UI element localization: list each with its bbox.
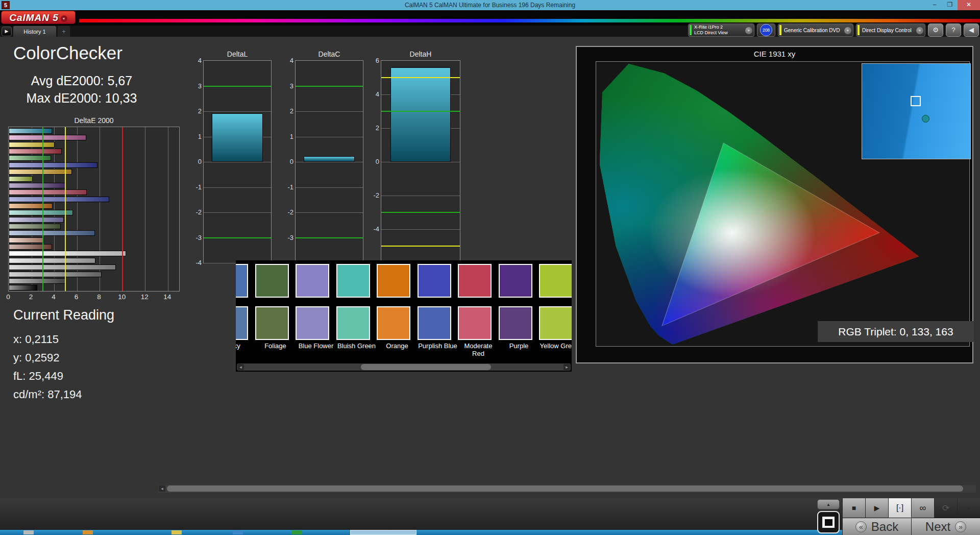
reference-swatch bbox=[418, 264, 451, 298]
taskbar-active-app[interactable] bbox=[350, 530, 416, 535]
scrollbar-thumb[interactable] bbox=[167, 485, 963, 492]
taskbar-icon[interactable] bbox=[233, 530, 243, 534]
back-button[interactable]: « Back bbox=[842, 518, 911, 535]
reference-line bbox=[65, 127, 66, 291]
delta-bar bbox=[212, 113, 263, 162]
reading-cdm2: cd/m²: 87,194 bbox=[13, 388, 82, 401]
play-button[interactable]: ▶ bbox=[865, 498, 888, 518]
reference-line bbox=[381, 111, 460, 112]
measured-swatch bbox=[458, 306, 492, 340]
swatch-scrollbar[interactable]: ◂▸ bbox=[237, 363, 571, 371]
reference-line bbox=[381, 212, 460, 213]
restore-button[interactable]: ❐ bbox=[942, 0, 958, 10]
chevron-down-icon[interactable]: ▼ bbox=[844, 27, 851, 34]
pattern-up-icon[interactable]: ▲ bbox=[817, 499, 840, 509]
pattern-window-icon bbox=[822, 517, 835, 528]
y-tick: 6 bbox=[368, 57, 379, 64]
tab-history-1[interactable]: History 1 bbox=[13, 26, 57, 37]
patch-label: Yellow Green bbox=[539, 342, 572, 350]
reference-swatch bbox=[499, 264, 532, 298]
stop-button[interactable]: ■ bbox=[842, 498, 865, 518]
gridline bbox=[204, 111, 271, 112]
source-dropdown[interactable]: Generic Calibration DVD ▼ bbox=[778, 23, 853, 37]
source-status-stripe bbox=[779, 25, 781, 35]
measured-marker bbox=[922, 115, 929, 123]
table-scrollbar[interactable]: ◂ bbox=[158, 485, 976, 493]
minimize-button[interactable]: – bbox=[927, 0, 942, 10]
y-tick: -3 bbox=[190, 234, 202, 241]
bar-row bbox=[9, 277, 179, 284]
y-tick: 1 bbox=[282, 133, 293, 140]
bar-row bbox=[9, 202, 179, 209]
help-icon[interactable]: ? bbox=[946, 23, 961, 37]
windows-taskbar[interactable] bbox=[0, 530, 845, 535]
y-tick: -4 bbox=[368, 225, 379, 233]
delta-bar bbox=[390, 67, 450, 162]
taskbar-icon[interactable] bbox=[172, 530, 182, 534]
meter-status-stripe bbox=[690, 25, 692, 35]
next-button[interactable]: Next » bbox=[911, 518, 980, 535]
refresh-button[interactable]: ⟳ bbox=[934, 498, 957, 518]
read-continuous-button[interactable]: ∞ bbox=[911, 498, 934, 518]
workspace: ColorChecker Avg dE2000: 5,67 Max dE2000… bbox=[0, 37, 980, 498]
pattern-window-button[interactable] bbox=[817, 511, 840, 533]
de-bar-bluish-green bbox=[9, 210, 73, 215]
de-bar-yellow bbox=[9, 142, 55, 148]
taskbar-icon[interactable] bbox=[23, 530, 34, 534]
taskbar-icon[interactable] bbox=[292, 530, 302, 534]
bar-row bbox=[9, 196, 179, 202]
scrollbar-thumb[interactable] bbox=[361, 364, 491, 370]
logo-dropdown-icon[interactable]: ▼ bbox=[61, 15, 67, 22]
meter-mode-button[interactable]: 208 bbox=[757, 23, 775, 37]
bar-row bbox=[9, 236, 179, 243]
reference-line bbox=[296, 86, 363, 87]
meter-mode-badge: 208 bbox=[760, 24, 772, 36]
x-tick: 10 bbox=[118, 293, 126, 301]
tab-add-button[interactable]: + bbox=[57, 26, 70, 37]
x-axis-labels: 02468101214 bbox=[8, 293, 180, 302]
scroll-left-icon[interactable]: ◂ bbox=[237, 364, 244, 370]
cie-1931-panel: CIE 1931 xy RGB Triplet: 0, 133, 16 bbox=[576, 46, 973, 363]
bar-row bbox=[9, 182, 179, 188]
current-reading-title: Current Reading bbox=[13, 307, 114, 323]
reference-swatch bbox=[255, 264, 289, 298]
tab-scroll-arrow-icon[interactable]: ▶ bbox=[2, 27, 12, 36]
scroll-left-icon[interactable]: ◂ bbox=[159, 485, 165, 492]
patch-label: Sky bbox=[236, 342, 255, 350]
patch-label: Blue Flower bbox=[296, 342, 336, 350]
deltah-chart: DeltaH 6420-2-4-6 bbox=[381, 50, 460, 263]
meter-dropdown[interactable]: X-Rite i1Pro 2 LCD Direct View ▼ bbox=[688, 23, 754, 37]
de-bar-cyan bbox=[9, 128, 52, 134]
x-tick: 6 bbox=[75, 293, 79, 301]
measured-swatch bbox=[539, 306, 572, 340]
max-de2000-readout: Max dE2000: 10,33 bbox=[0, 91, 163, 106]
measured-swatch bbox=[236, 306, 248, 340]
measured-swatch bbox=[255, 306, 289, 340]
chevron-down-icon[interactable]: ▼ bbox=[916, 27, 923, 34]
scroll-right-icon[interactable]: ▸ bbox=[564, 364, 570, 370]
gridline bbox=[381, 162, 460, 162]
read-single-button[interactable]: [·] bbox=[888, 498, 911, 518]
y-tick: 3 bbox=[190, 82, 202, 90]
gear-icon[interactable]: ⚙ bbox=[928, 23, 943, 37]
transport-controls: ■ ▶ [·] ∞ ⟳ ● « Back Next » bbox=[842, 498, 980, 535]
close-button[interactable]: ✕ bbox=[958, 0, 980, 10]
y-tick: 0 bbox=[190, 158, 202, 165]
rainbow-divider bbox=[79, 19, 980, 22]
x-tick: 14 bbox=[163, 293, 171, 301]
y-tick: -1 bbox=[282, 183, 293, 191]
chart-title: DeltaL bbox=[203, 50, 272, 58]
record-button[interactable]: ● bbox=[957, 498, 980, 518]
y-tick: 0 bbox=[368, 158, 379, 165]
taskbar-icon[interactable] bbox=[83, 530, 93, 534]
reading-x: x: 0,2115 bbox=[13, 333, 59, 346]
bar-row bbox=[9, 216, 179, 223]
calman-logo-menu[interactable]: CalMAN 5▼ bbox=[1, 11, 76, 24]
display-control-dropdown[interactable]: Direct Display Control ▼ bbox=[856, 23, 925, 37]
colorchecker-data-table bbox=[158, 372, 980, 483]
patch-label: Orange bbox=[377, 342, 418, 350]
de-bar-orange bbox=[9, 203, 53, 209]
chevron-down-icon[interactable]: ▼ bbox=[745, 27, 752, 34]
collapse-panel-icon[interactable]: ◀ bbox=[964, 23, 979, 37]
de-bar-magenta bbox=[9, 135, 86, 140]
